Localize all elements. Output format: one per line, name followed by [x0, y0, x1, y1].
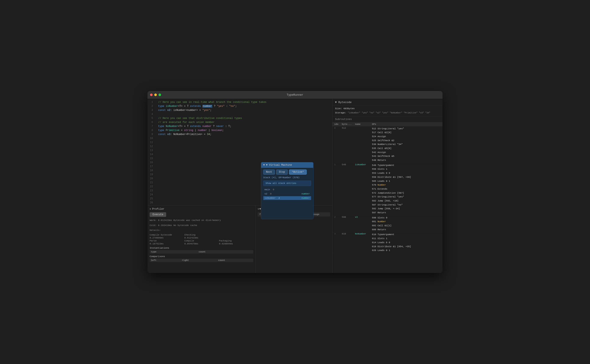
bytecode-row: 2598v2598 Slots 0 601 Number 602 Call &1… [333, 215, 442, 232]
bc-col-ops: OPs [370, 122, 442, 126]
bytecode-row: 1549isNumber549 TypeArgument 550 Slots 1… [333, 163, 442, 215]
bc-idx: 2 [333, 215, 340, 232]
bc-ops: 610 TypeArgument 611 Slots 1 614 Loads 0… [370, 232, 442, 253]
vm-title: ▼ Virtual Machine [266, 164, 292, 167]
bytecode-size: Size: 683bytes [335, 107, 440, 111]
bc-byte: 598 [340, 215, 353, 232]
bc-name: isNumber [353, 163, 370, 215]
bc-col-idx: idx [333, 122, 340, 126]
vm-stack-item-active: isNumber 2 number [263, 196, 311, 200]
window-title: TypeRunner [287, 93, 303, 97]
bc-byte: 512 [340, 126, 353, 163]
inst-col-type: type [150, 250, 197, 254]
bytecode-header: ▼ Bytecode [333, 99, 442, 105]
bc-ops: 512 StringLiteral "yes" 517 Call &2[0] 5… [370, 126, 442, 163]
bc-idx: 0 [333, 126, 340, 163]
storage-value: "isNumber" "yes" "no" "v2" "yes" "NoNumb… [348, 112, 430, 114]
vm-stack-isnumber-val: number [301, 197, 310, 199]
main-content: 12345 678910 1112131415 1617181920 21222… [148, 99, 442, 273]
vm-stack-v2: v2 0 [264, 193, 271, 195]
vm-next-button[interactable]: Next [263, 169, 275, 175]
comp-col-count: count [217, 259, 253, 262]
instantiations-header: Instantiations [150, 247, 253, 249]
profiler-header: ▼ Profiler [150, 208, 253, 211]
vm-active-badge: *Active* [289, 169, 307, 175]
vm-stack-item: v2 0 number [263, 192, 311, 196]
parse-label: Parse [150, 240, 184, 242]
bytecode-table-container[interactable]: idx byte... name OPs 0512512 StringLiter… [333, 122, 442, 273]
checking-label: Checking [184, 234, 219, 236]
bytecode-meta: Size: 683bytes Storage: "isNumber" "yes"… [333, 105, 442, 117]
comp-col-right: right [181, 259, 217, 262]
compile-time: 0.270996ms [150, 237, 184, 239]
size-label: Size: [335, 107, 342, 110]
profiler-title: Profiler [152, 208, 164, 211]
vm-stack-isnumber: isNumber 2 [264, 197, 280, 199]
vm-stack: main 0 v2 0 number isNumber 2 number [263, 188, 311, 217]
bytecode-triangle-icon: ▼ [335, 101, 338, 104]
bytecode-storage: Storage: "isNumber" "yes" "no" "v2" "yes… [335, 111, 440, 115]
bc-idx: 3 [333, 232, 340, 253]
traffic-lights [150, 94, 161, 96]
bc-ops: 598 Slots 0 601 Number 602 Call &1[1] 60… [370, 215, 442, 232]
bc-name: v2 [353, 215, 370, 232]
comparisons-header: Comparisons [150, 255, 253, 258]
bytecode-title: Bytecode [338, 101, 352, 104]
execute-button[interactable]: Execute [150, 212, 166, 217]
line-numbers: 12345 678910 1112131415 1617181920 21222… [148, 99, 155, 205]
bc-byte: 549 [340, 163, 353, 215]
vm-controls: Next Stop *Active* [263, 169, 311, 175]
vm-show-all-button[interactable]: Show all stack entries [263, 181, 311, 186]
packaging-time: 0.028804ms [219, 242, 253, 245]
bc-col-name: name [353, 122, 370, 126]
profiler-warm: Warm: 0.012423ms Bytecode was cached on … [150, 219, 253, 222]
vm-status: Stack (4), OP=Number (570) [263, 176, 311, 179]
profiler-timing-grid: Compile bytecode Checking 0.270996ms 0.0… [150, 234, 253, 245]
bc-byte: 610 [340, 232, 353, 253]
instantiations-table: type count [150, 250, 253, 254]
profiler-triangle-icon: ▼ [150, 208, 151, 210]
spacer [219, 234, 253, 236]
vm-triangle-icon: ▼ [263, 164, 265, 167]
editor-panel: 12345 678910 1112131415 1617181920 21222… [148, 99, 332, 273]
bc-name: NoNumber [353, 232, 370, 253]
parse-time: 0.187522ms [150, 242, 184, 245]
bc-ops: 549 TypeArgument 550 Slots 1 553 Loads 0… [370, 163, 442, 215]
vm-body: Next Stop *Active* Stack (4), OP=Number … [261, 168, 313, 219]
storage-label: Storage: [335, 111, 346, 114]
profiler-panel: ▼ Profiler Execute Warm: 0.012423ms Byte… [148, 206, 255, 273]
vm-header: ▼ ▼ Virtual Machine [261, 162, 313, 168]
vm-stop-button[interactable]: Stop [276, 169, 288, 175]
compile2-label: Compile [184, 240, 219, 242]
comp-col-left: left [150, 259, 181, 262]
vm-stack-main: main 0 [264, 188, 274, 191]
vm-stack-item: main 0 [263, 188, 311, 192]
vm-stack-spacer [263, 200, 311, 217]
compile-label: Compile bytecode [150, 234, 184, 236]
compile2-time: 0.054670ms [184, 242, 219, 245]
bc-idx: 1 [333, 163, 340, 215]
profiler-details-label: Details: [150, 228, 253, 232]
checking-time: 0.012423ms [184, 237, 219, 239]
bytecode-row: 3610NoNumber610 TypeArgument 611 Slots 1… [333, 232, 442, 253]
profiler-cold: Cold: 0.283419ms No bytecode cache [150, 224, 253, 228]
vm-popup: ▼ ▼ Virtual Machine Next Stop *Active* S… [261, 162, 313, 219]
minimize-button[interactable] [154, 94, 157, 96]
vm-stack-v2-val: number [301, 193, 310, 195]
bytecode-panel: ▼ Bytecode Size: 683bytes Storage: "isNu… [332, 99, 442, 273]
bc-col-byte: byte... [340, 122, 353, 126]
diagnostics-triangle-icon: ▼ [258, 208, 259, 210]
spacer2 [219, 237, 253, 239]
app-window: TypeRunner 12345 678910 1112131415 16171… [148, 91, 442, 273]
bytecode-row: 0512512 StringLiteral "yes" 517 Call &2[… [333, 126, 442, 163]
size-value: 683bytes [343, 107, 355, 110]
titlebar: TypeRunner [148, 91, 442, 99]
inst-col-count: count [197, 250, 253, 254]
bc-name [353, 126, 370, 163]
comparisons-table: left right count [150, 259, 253, 262]
close-button[interactable] [150, 94, 153, 96]
bytecode-subroutines-label: Subroutines [333, 117, 442, 122]
bytecode-table: idx byte... name OPs 0512512 StringLiter… [333, 122, 442, 253]
packaging-label: Packaging [219, 240, 253, 242]
maximize-button[interactable] [159, 94, 161, 96]
